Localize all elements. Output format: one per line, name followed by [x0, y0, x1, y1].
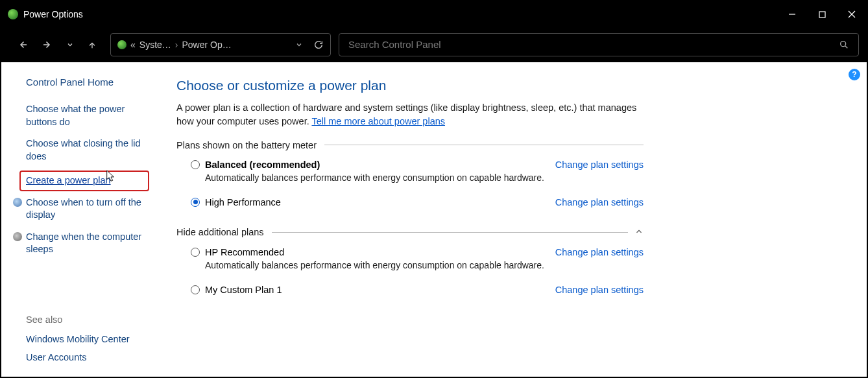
sidebar: Control Panel Home Choose what the power…: [1, 62, 170, 377]
sidebar-item-closing-lid[interactable]: Choose what closing the lid does: [26, 137, 156, 163]
plan-row-custom1: My Custom Plan 1 Change plan settings: [176, 282, 644, 298]
sidebar-item-power-buttons[interactable]: Choose what the power buttons do: [26, 103, 156, 128]
svg-point-7: [841, 41, 846, 47]
plan-desc-balanced: Automatically balances performance with …: [205, 172, 555, 183]
plan-name-high-performance[interactable]: High Performance: [205, 197, 281, 207]
window-title: Power Options: [23, 9, 83, 19]
page-description: A power plan is a collection of hardware…: [176, 101, 650, 128]
app-icon: [8, 9, 18, 19]
address-app-icon: [117, 40, 127, 49]
sidebar-item-computer-sleeps[interactable]: Change when the computer sleeps: [26, 231, 156, 256]
close-button[interactable]: [837, 1, 867, 27]
minimize-button[interactable]: [777, 1, 807, 27]
close-icon: [848, 10, 856, 18]
search-input[interactable]: [348, 39, 839, 50]
address-bar[interactable]: « Syste… › Power Op…: [110, 33, 331, 56]
radio-high-performance[interactable]: [191, 198, 200, 207]
create-power-plan-link[interactable]: Create a power plan: [26, 175, 111, 185]
content-body: Control Panel Home Choose what the power…: [1, 62, 867, 377]
arrow-left-icon: [17, 39, 29, 51]
plan-row-hp-recommended: HP Recommended Automatically balances pe…: [176, 244, 644, 282]
forward-button[interactable]: [42, 39, 53, 51]
breadcrumb-prefix: «: [130, 40, 136, 50]
window-controls: [777, 1, 867, 27]
see-also-header: See also: [26, 314, 161, 325]
chevron-down-icon: [66, 41, 74, 49]
chevron-up-icon: [634, 227, 644, 236]
help-button[interactable]: ?: [849, 69, 860, 80]
plan-desc-hp-recommended: Automatically balances performance with …: [205, 260, 555, 270]
svg-rect-1: [819, 12, 825, 18]
plan-row-balanced: Balanced (recommended) Automatically bal…: [176, 157, 644, 195]
radio-balanced[interactable]: [191, 160, 200, 169]
maximize-icon: [819, 11, 826, 18]
main-content: ? Choose or customize a power plan A pow…: [170, 62, 867, 377]
back-button[interactable]: [17, 39, 29, 51]
refresh-button[interactable]: [313, 40, 324, 50]
search-button[interactable]: [839, 40, 849, 50]
radio-hp-recommended[interactable]: [191, 248, 200, 257]
chevron-down-icon: [295, 41, 303, 49]
up-button[interactable]: [87, 40, 97, 50]
section-battery-label: Plans shown on the battery meter: [176, 140, 317, 150]
divider: [272, 232, 628, 233]
plan-name-balanced[interactable]: Balanced (recommended): [205, 159, 320, 170]
recent-dropdown[interactable]: [66, 41, 74, 49]
breadcrumb-part1[interactable]: Syste…: [139, 40, 171, 50]
control-panel-home-link[interactable]: Control Panel Home: [26, 77, 161, 88]
collapse-additional-button[interactable]: [634, 227, 644, 238]
plan-name-hp-recommended[interactable]: HP Recommended: [205, 247, 284, 257]
nav-arrow-group: [9, 39, 102, 51]
navigation-bar: « Syste… › Power Op…: [1, 27, 867, 62]
radio-custom1[interactable]: [191, 285, 200, 294]
see-also-user-accounts[interactable]: User Accounts: [26, 352, 161, 362]
breadcrumb-part2[interactable]: Power Op…: [182, 40, 231, 50]
svg-line-8: [845, 46, 847, 48]
search-box[interactable]: [339, 33, 859, 56]
breadcrumb-chevron-icon[interactable]: ›: [175, 40, 178, 50]
section-additional-plans[interactable]: Hide additional plans: [176, 227, 644, 238]
divider: [324, 145, 644, 145]
arrow-right-icon: [42, 39, 53, 51]
plan-row-high-performance: High Performance Change plan settings: [176, 195, 644, 210]
help-icon: ?: [852, 70, 856, 79]
section-additional-label: Hide additional plans: [176, 227, 264, 237]
change-settings-custom1[interactable]: Change plan settings: [555, 285, 644, 295]
refresh-icon: [313, 40, 324, 50]
title-bar: Power Options: [1, 1, 867, 27]
maximize-button[interactable]: [807, 1, 837, 27]
change-settings-balanced[interactable]: Change plan settings: [555, 159, 644, 170]
plan-name-custom1[interactable]: My Custom Plan 1: [205, 285, 282, 295]
title-bar-left: Power Options: [8, 9, 83, 19]
change-settings-high-performance[interactable]: Change plan settings: [555, 197, 644, 207]
search-icon: [839, 40, 849, 50]
sidebar-item-create-plan[interactable]: Create a power plan: [19, 171, 149, 191]
change-settings-hp-recommended[interactable]: Change plan settings: [555, 247, 644, 257]
section-battery-plans: Plans shown on the battery meter: [176, 140, 644, 150]
learn-more-link[interactable]: Tell me more about power plans: [311, 116, 445, 126]
sidebar-item-turn-off-display[interactable]: Choose when to turn off the display: [26, 196, 156, 222]
page-title: Choose or customize a power plan: [176, 78, 841, 93]
window-root: Power Options: [0, 0, 868, 378]
see-also-mobility-center[interactable]: Windows Mobility Center: [26, 334, 161, 344]
arrow-up-icon: [87, 40, 97, 50]
address-dropdown[interactable]: [295, 41, 303, 49]
minimize-icon: [788, 10, 796, 18]
